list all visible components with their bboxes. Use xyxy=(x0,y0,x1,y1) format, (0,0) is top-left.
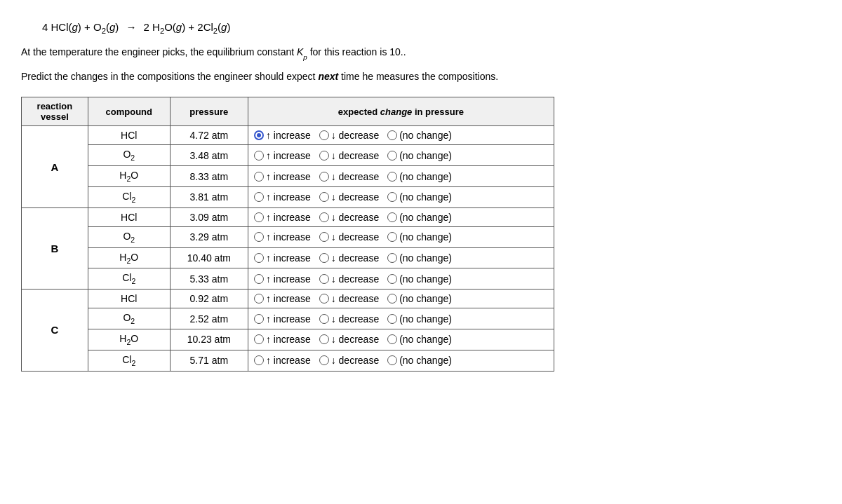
radio-circle xyxy=(319,274,329,284)
radio-option-no_change[interactable]: (no change) xyxy=(387,252,452,264)
radio-option-decrease[interactable]: ↓ decrease xyxy=(319,212,379,223)
radio-label: ↑ increase xyxy=(266,191,311,203)
radio-option-decrease[interactable]: ↓ decrease xyxy=(319,334,379,345)
options-cell: ↑ increase↓ decrease(no change) xyxy=(248,126,554,145)
radio-circle xyxy=(319,212,329,222)
compound-cell: H2O xyxy=(88,329,170,350)
compound-cell: HCl xyxy=(88,126,170,145)
radio-option-increase[interactable]: ↑ increase xyxy=(254,273,311,285)
radio-circle xyxy=(387,294,397,304)
data-table: reactionvessel compound pressure expecte… xyxy=(21,97,554,371)
radio-option-increase[interactable]: ↑ increase xyxy=(254,171,311,182)
radio-circle xyxy=(387,334,397,344)
radio-option-no_change[interactable]: (no change) xyxy=(387,355,452,366)
options-cell: ↑ increase↓ decrease(no change) xyxy=(248,247,554,268)
radio-circle xyxy=(319,294,329,304)
reaction-equation: 4 HCl(g) + O2(g) → 2 H2O(g) + 2Cl2(g) xyxy=(42,21,821,35)
radio-circle xyxy=(254,232,264,242)
radio-option-no_change[interactable]: (no change) xyxy=(387,334,452,345)
radio-option-decrease[interactable]: ↓ decrease xyxy=(319,150,379,161)
radio-circle xyxy=(387,274,397,284)
pressure-cell: 2.52 atm xyxy=(170,308,248,329)
pressure-cell: 8.33 atm xyxy=(170,166,248,187)
radio-option-no_change[interactable]: (no change) xyxy=(387,150,452,161)
radio-circle xyxy=(254,294,264,304)
radio-label: ↑ increase xyxy=(266,355,311,366)
predict-line: Predict the changes in the compositions … xyxy=(21,69,821,84)
compound-cell: HCl xyxy=(88,290,170,308)
radio-label: ↓ decrease xyxy=(331,150,379,161)
radio-label: (no change) xyxy=(399,334,452,345)
radio-option-no_change[interactable]: (no change) xyxy=(387,231,452,243)
radio-option-increase[interactable]: ↑ increase xyxy=(254,293,311,304)
compound-cell: HCl xyxy=(88,207,170,226)
radio-circle xyxy=(319,232,329,242)
radio-option-increase[interactable]: ↑ increase xyxy=(254,231,311,243)
radio-label: ↓ decrease xyxy=(331,313,379,325)
options-cell: ↑ increase↓ decrease(no change) xyxy=(248,207,554,226)
radio-label: ↓ decrease xyxy=(331,334,379,345)
radio-circle xyxy=(319,151,329,161)
radio-label: (no change) xyxy=(399,293,452,304)
radio-circle xyxy=(387,253,397,263)
radio-option-increase[interactable]: ↑ increase xyxy=(254,355,311,366)
radio-option-decrease[interactable]: ↓ decrease xyxy=(319,171,379,182)
radio-circle xyxy=(319,253,329,263)
radio-label: ↓ decrease xyxy=(331,231,379,243)
pressure-cell: 10.23 atm xyxy=(170,329,248,350)
pressure-cell: 5.33 atm xyxy=(170,268,248,290)
options-cell: ↑ increase↓ decrease(no change) xyxy=(248,308,554,329)
header-compound: compound xyxy=(88,97,170,126)
radio-option-decrease[interactable]: ↓ decrease xyxy=(319,293,379,304)
radio-label: ↓ decrease xyxy=(331,212,379,223)
radio-circle xyxy=(254,355,264,365)
compound-cell: Cl2 xyxy=(88,350,170,371)
radio-circle xyxy=(319,334,329,344)
radio-option-increase[interactable]: ↑ increase xyxy=(254,130,311,141)
radio-option-decrease[interactable]: ↓ decrease xyxy=(319,130,379,141)
header-pressure: pressure xyxy=(170,97,248,126)
radio-option-increase[interactable]: ↑ increase xyxy=(254,212,311,223)
options-cell: ↑ increase↓ decrease(no change) xyxy=(248,226,554,247)
radio-circle xyxy=(387,314,397,324)
radio-option-decrease[interactable]: ↓ decrease xyxy=(319,273,379,285)
radio-option-increase[interactable]: ↑ increase xyxy=(254,313,311,325)
radio-label: ↑ increase xyxy=(266,130,311,141)
pressure-cell: 3.48 atm xyxy=(170,145,248,166)
options-cell: ↑ increase↓ decrease(no change) xyxy=(248,290,554,308)
radio-circle xyxy=(254,151,264,161)
radio-option-increase[interactable]: ↑ increase xyxy=(254,150,311,161)
radio-option-no_change[interactable]: (no change) xyxy=(387,212,452,223)
radio-option-no_change[interactable]: (no change) xyxy=(387,191,452,203)
radio-option-increase[interactable]: ↑ increase xyxy=(254,191,311,203)
radio-circle xyxy=(254,130,264,140)
radio-option-increase[interactable]: ↑ increase xyxy=(254,252,311,264)
radio-circle xyxy=(387,130,397,140)
header-vessel: reactionvessel xyxy=(22,97,88,126)
radio-option-increase[interactable]: ↑ increase xyxy=(254,334,311,345)
compound-cell: Cl2 xyxy=(88,268,170,290)
radio-option-no_change[interactable]: (no change) xyxy=(387,293,452,304)
radio-option-no_change[interactable]: (no change) xyxy=(387,171,452,182)
radio-label: (no change) xyxy=(399,231,452,243)
pressure-cell: 3.09 atm xyxy=(170,207,248,226)
radio-label: ↓ decrease xyxy=(331,293,379,304)
radio-option-decrease[interactable]: ↓ decrease xyxy=(319,252,379,264)
radio-circle xyxy=(254,274,264,284)
radio-circle xyxy=(254,253,264,263)
radio-option-no_change[interactable]: (no change) xyxy=(387,273,452,285)
pressure-cell: 5.71 atm xyxy=(170,350,248,371)
radio-option-decrease[interactable]: ↓ decrease xyxy=(319,191,379,203)
pressure-cell: 3.81 atm xyxy=(170,187,248,208)
radio-circle xyxy=(254,212,264,222)
radio-option-decrease[interactable]: ↓ decrease xyxy=(319,313,379,325)
radio-option-decrease[interactable]: ↓ decrease xyxy=(319,355,379,366)
radio-option-no_change[interactable]: (no change) xyxy=(387,313,452,325)
radio-option-no_change[interactable]: (no change) xyxy=(387,130,452,141)
radio-option-decrease[interactable]: ↓ decrease xyxy=(319,231,379,243)
radio-label: (no change) xyxy=(399,171,452,182)
pressure-cell: 4.72 atm xyxy=(170,126,248,145)
compound-cell: O2 xyxy=(88,145,170,166)
radio-label: ↑ increase xyxy=(266,334,311,345)
radio-circle xyxy=(387,192,397,202)
